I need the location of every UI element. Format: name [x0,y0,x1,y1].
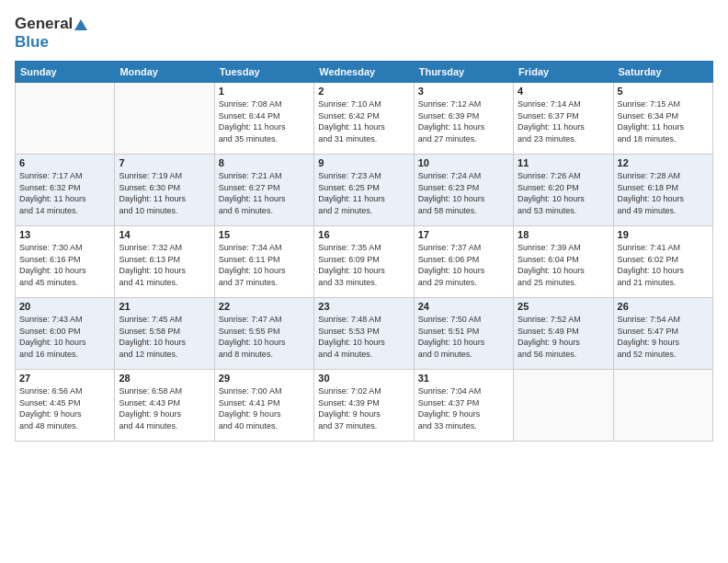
cell-info: Daylight: 10 hours [19,337,110,349]
cell-info: Daylight: 11 hours [618,121,709,133]
day-number: 6 [19,157,110,168]
calendar-cell: 6Sunrise: 7:17 AMSunset: 6:32 PMDaylight… [16,155,115,226]
cell-info: Daylight: 10 hours [618,193,709,205]
cell-info: Daylight: 10 hours [119,337,210,349]
cell-info: Daylight: 10 hours [219,265,310,277]
calendar-cell: 31Sunrise: 7:04 AMSunset: 4:37 PMDayligh… [414,370,513,442]
cell-info: Sunrise: 7:21 AM [219,170,310,182]
day-number: 26 [618,301,709,312]
cell-info: Sunrise: 7:39 AM [518,242,609,254]
cell-info: Sunset: 6:34 PM [618,110,709,122]
cell-info: and 21 minutes. [618,277,709,289]
cell-info: Daylight: 11 hours [318,121,409,133]
cell-info: Sunset: 5:53 PM [318,326,409,338]
cell-info: Sunrise: 7:41 AM [618,242,709,254]
cell-info: Daylight: 9 hours [618,337,709,349]
cell-info: Daylight: 11 hours [418,121,509,133]
cell-info: and 52 minutes. [618,349,709,361]
cell-info: Sunrise: 7:35 AM [318,242,409,254]
calendar-cell: 25Sunrise: 7:52 AMSunset: 5:49 PMDayligh… [514,298,613,370]
cell-info: Daylight: 9 hours [418,408,509,420]
cell-info: Daylight: 10 hours [518,193,609,205]
cell-info: Daylight: 10 hours [318,265,409,277]
cell-info: Daylight: 10 hours [119,265,210,277]
cell-info: Daylight: 9 hours [518,337,609,349]
day-number: 23 [318,301,409,312]
svg-marker-0 [74,19,87,30]
day-number: 10 [418,157,509,168]
col-header-sunday: Sunday [16,62,115,83]
calendar-cell: 23Sunrise: 7:48 AMSunset: 5:53 PMDayligh… [314,298,414,370]
col-header-monday: Monday [115,62,214,83]
calendar-cell: 4Sunrise: 7:14 AMSunset: 6:37 PMDaylight… [514,83,613,155]
calendar-cell: 11Sunrise: 7:26 AMSunset: 6:20 PMDayligh… [514,155,613,226]
week-row-4: 20Sunrise: 7:43 AMSunset: 6:00 PMDayligh… [16,298,713,370]
calendar-cell: 27Sunrise: 6:56 AMSunset: 4:45 PMDayligh… [16,370,115,442]
cell-info: Sunset: 6:13 PM [119,254,210,266]
calendar-cell: 26Sunrise: 7:54 AMSunset: 5:47 PMDayligh… [613,298,712,370]
cell-info: and 25 minutes. [518,277,609,289]
cell-info: Daylight: 10 hours [219,337,310,349]
cell-info: Sunrise: 7:00 AM [219,385,310,397]
cell-info: Sunset: 5:51 PM [418,326,509,338]
cell-info: Sunset: 6:32 PM [19,182,110,194]
cell-info: Daylight: 9 hours [219,408,310,420]
calendar-cell: 24Sunrise: 7:50 AMSunset: 5:51 PMDayligh… [414,298,513,370]
day-number: 14 [119,229,210,240]
cell-info: Sunset: 4:39 PM [318,397,409,409]
cell-info: Sunrise: 7:50 AM [418,314,509,326]
cell-info: and 41 minutes. [119,277,210,289]
day-number: 17 [418,229,509,240]
cell-info: Daylight: 9 hours [19,408,110,420]
day-number: 29 [219,373,310,384]
day-number: 2 [318,86,409,97]
cell-info: Sunrise: 7:37 AM [418,242,509,254]
day-number: 4 [518,86,609,97]
calendar-cell: 19Sunrise: 7:41 AMSunset: 6:02 PMDayligh… [613,226,712,298]
cell-info: Sunset: 5:47 PM [618,326,709,338]
cell-info: Sunrise: 7:45 AM [119,314,210,326]
cell-info: Sunrise: 6:56 AM [19,385,110,397]
day-number: 15 [219,229,310,240]
calendar-cell [115,83,214,155]
cell-info: Daylight: 10 hours [318,337,409,349]
day-number: 21 [119,301,210,312]
cell-info: Daylight: 10 hours [418,193,509,205]
logo-general: General [15,15,73,33]
cell-info: Sunset: 4:43 PM [119,397,210,409]
cell-info: Sunrise: 7:10 AM [318,98,409,110]
cell-info: and 27 minutes. [418,133,509,145]
cell-info: Daylight: 11 hours [119,193,210,205]
day-number: 31 [418,373,509,384]
calendar-cell: 9Sunrise: 7:23 AMSunset: 6:25 PMDaylight… [314,155,414,226]
cell-info: Sunset: 4:45 PM [19,397,110,409]
day-number: 30 [318,373,409,384]
cell-info: Sunset: 6:20 PM [518,182,609,194]
cell-info: Sunrise: 7:30 AM [19,242,110,254]
week-row-1: 1Sunrise: 7:08 AMSunset: 6:44 PMDaylight… [16,83,713,155]
calendar-cell: 2Sunrise: 7:10 AMSunset: 6:42 PMDaylight… [314,83,414,155]
week-row-5: 27Sunrise: 6:56 AMSunset: 4:45 PMDayligh… [16,370,713,442]
calendar-table: SundayMondayTuesdayWednesdayThursdayFrid… [15,61,713,442]
calendar-cell: 29Sunrise: 7:00 AMSunset: 4:41 PMDayligh… [214,370,313,442]
cell-info: Sunset: 6:25 PM [318,182,409,194]
day-number: 22 [219,301,310,312]
calendar-cell: 1Sunrise: 7:08 AMSunset: 6:44 PMDaylight… [214,83,313,155]
calendar-cell: 7Sunrise: 7:19 AMSunset: 6:30 PMDaylight… [115,155,214,226]
calendar-cell: 12Sunrise: 7:28 AMSunset: 6:18 PMDayligh… [613,155,712,226]
cell-info: and 31 minutes. [318,133,409,145]
calendar-cell: 22Sunrise: 7:47 AMSunset: 5:55 PMDayligh… [214,298,313,370]
cell-info: and 44 minutes. [119,420,210,432]
cell-info: and 53 minutes. [518,205,609,217]
calendar-cell: 30Sunrise: 7:02 AMSunset: 4:39 PMDayligh… [314,370,414,442]
cell-info: Sunset: 6:02 PM [618,254,709,266]
cell-info: and 6 minutes. [219,205,310,217]
cell-info: Sunset: 6:11 PM [219,254,310,266]
week-row-3: 13Sunrise: 7:30 AMSunset: 6:16 PMDayligh… [16,226,713,298]
calendar-cell: 3Sunrise: 7:12 AMSunset: 6:39 PMDaylight… [414,83,513,155]
cell-info: Sunrise: 7:52 AM [518,314,609,326]
cell-info: Daylight: 10 hours [19,265,110,277]
day-number: 11 [518,157,609,168]
cell-info: and 23 minutes. [518,133,609,145]
cell-info: Sunrise: 7:32 AM [119,242,210,254]
